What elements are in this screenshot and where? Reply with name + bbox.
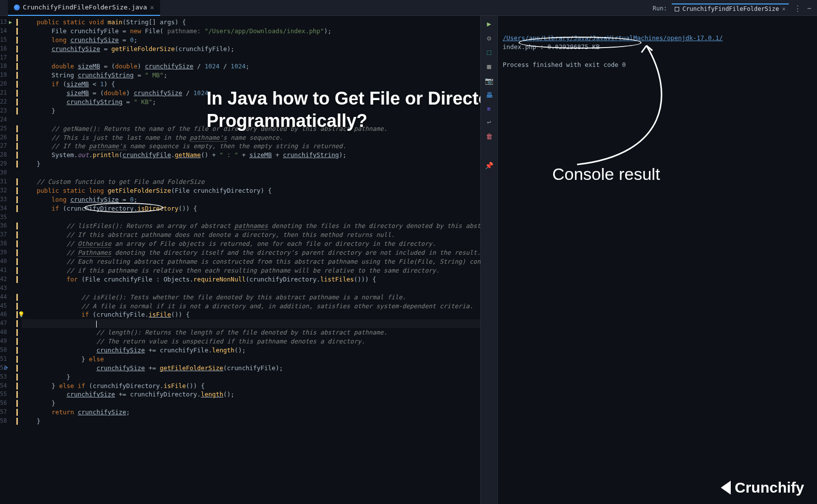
code-line[interactable]: // Custom function to get File and Folde… [22,177,481,186]
gutter-line[interactable]: 44 [0,293,11,302]
kebab-icon[interactable]: ⋮ [794,4,803,13]
gutter-line[interactable]: 38 [0,239,11,248]
code-line[interactable]: long crunchifySize = 0; [22,36,481,45]
gutter-line[interactable]: 46💡 [0,310,11,319]
code-line[interactable]: double sizeMB = (double) crunchifySize /… [22,62,481,71]
camera-icon[interactable]: 📷 [486,77,493,84]
code-line[interactable]: // The return value is unspecified if th… [22,337,481,346]
code-line[interactable]: File crunchifyFile = new File( pathname:… [22,27,481,36]
run-tab[interactable]: CrunchifyFindFileFolderSize × [672,3,788,13]
code-line[interactable]: // listFiles(): Returns an array of abst… [22,222,481,230]
code-line[interactable]: crunchifySize += getFileFolderSize(crunc… [22,364,481,373]
code-line[interactable]: } [22,373,481,382]
code-line[interactable]: if (crunchifyDirectory.isDirectory()) { [22,204,481,213]
gutter-line[interactable]: 50 [0,346,11,355]
gutter-line[interactable]: 23 [0,107,11,115]
code-line[interactable]: // If this abstract pathname does not de… [22,230,481,239]
code-line[interactable] [22,284,481,293]
code-line[interactable]: // length(): Returns the length of the f… [22,328,481,337]
code-line[interactable]: public static long getFileFolderSize(Fil… [22,186,481,195]
code-line[interactable]: crunchifyString = " KB"; [22,98,481,107]
gutter-line[interactable]: 20 [0,80,11,89]
gutter-line[interactable]: 29 [0,160,11,168]
code-line[interactable]: if (sizeMB < 1) { [22,80,481,89]
code-line[interactable]: // getName(): Returns the name of the fi… [22,124,481,133]
code-line[interactable]: crunchifySize = getFileFolderSize(crunch… [22,45,481,54]
code-line[interactable]: // If the pathname's name sequence is em… [22,142,481,151]
gutter-line[interactable]: 25 [0,124,11,133]
gutter-line[interactable]: 16 [0,45,11,54]
console-output[interactable]: /Users/app/Library/Java/JavaVirtualMachi… [503,34,812,69]
console-line-1[interactable]: /Users/app/Library/Java/JavaVirtualMachi… [503,34,723,42]
gutter-line[interactable]: 33 [0,195,11,204]
gutter-line[interactable]: 36 [0,222,11,230]
gutter-line[interactable]: 58 [0,417,11,426]
minimize-icon[interactable]: — [808,5,811,12]
close-icon[interactable]: × [150,3,154,11]
gutter-line[interactable]: 40 [0,257,11,266]
code-line[interactable]: sizeMB = (double) crunchifySize / 1024; [22,89,481,98]
gutter-line[interactable]: 47 [0,319,11,328]
gutter-line[interactable]: 17 [0,54,11,62]
code-line[interactable]: } [22,417,481,426]
gutter-line[interactable]: 21 [0,89,11,98]
code-editor[interactable]: 13▶1415161718192021222324252627282930313… [0,16,481,504]
gutter-line[interactable]: 34 [0,204,11,213]
gutter-line[interactable]: 26 [0,133,11,142]
gutter-line[interactable]: 15 [0,36,11,45]
gutter-line[interactable]: 57 [0,408,11,417]
code-line[interactable]: String crunchifyString = " MB"; [22,71,481,80]
gutter-line[interactable]: 55 [0,390,11,399]
code-line[interactable]: for (File crunchifyFile : Objects.requir… [22,275,481,284]
file-tab[interactable]: CrunchifyFindFileFolderSize.java × [8,0,160,16]
gear-icon[interactable]: ⚙ [486,35,493,42]
code-line[interactable]: } [22,399,481,408]
code-line[interactable]: // Each resulting abstract pathname is c… [22,257,481,266]
gutter-line[interactable]: 56 [0,399,11,408]
code-line[interactable]: public static void main(String[] args) { [22,18,481,27]
gutter-line[interactable]: 31 [0,177,11,186]
code-line[interactable]: crunchifySize += crunchifyDirectory.leng… [22,390,481,399]
gutter-line[interactable]: 41 [0,266,11,275]
code-line[interactable]: // This is just the last name in the pat… [22,133,481,142]
code-line[interactable]: long crunchifySize = 0; [22,195,481,204]
run-icon[interactable]: ▶ [487,20,491,28]
code-area[interactable]: 1 6 In Java how to Get File or Directory… [11,16,481,504]
gutter-line[interactable]: 27 [0,142,11,151]
gutter-line[interactable]: 13▶ [0,18,11,27]
gutter-line[interactable]: 49 [0,337,11,346]
gutter-line[interactable]: 24 [0,115,11,124]
code-line[interactable]: System.out.println(crunchifyFile.getName… [22,151,481,160]
gutter-line[interactable]: 43 [0,284,11,293]
code-line[interactable]: } [22,160,481,168]
soft-wrap-icon[interactable]: ↩ [486,118,493,125]
gutter-line[interactable]: 32 [0,186,11,195]
code-line[interactable] [22,115,481,124]
gutter-line[interactable]: 54 [0,382,11,391]
layout-icon[interactable]: ⬚ [486,49,493,56]
trash-icon[interactable]: 🗑 [486,132,493,140]
gutter-line[interactable]: 51 [0,355,11,364]
code-line[interactable]: // Otherwise an array of File objects is… [22,239,481,248]
stop-icon[interactable]: ■ [487,62,491,70]
gutter-line[interactable]: 35 [0,213,11,222]
close-icon[interactable]: × [782,5,786,12]
code-line[interactable]: // isFile(): Tests whether the file deno… [22,293,481,302]
gutter-line[interactable]: 53 [0,373,11,382]
layout-grid-icon[interactable]: ⊞ [487,106,491,112]
code-line[interactable]: } [22,107,481,115]
code-line[interactable] [22,213,481,222]
code-line[interactable]: // A file is normal if it is not a direc… [22,302,481,311]
code-line[interactable]: crunchifySize += crunchifyFile.length(); [22,346,481,355]
code-line[interactable] [22,168,481,177]
gutter-line[interactable]: 37 [0,230,11,239]
gutter-line[interactable]: 52⟳ [0,364,11,373]
gutter-line[interactable]: 42 [0,275,11,284]
gutter-line[interactable]: 28 [0,151,11,160]
gutter-line[interactable]: 39 [0,248,11,257]
gutter-line[interactable]: 45 [0,302,11,311]
print-icon[interactable]: 🖶 [486,91,493,99]
gutter-line[interactable]: 14 [0,27,11,36]
code-line[interactable]: // Pathnames denoting the directory itse… [22,248,481,257]
code-line[interactable]: if (crunchifyFile.isFile()) { [22,310,481,319]
